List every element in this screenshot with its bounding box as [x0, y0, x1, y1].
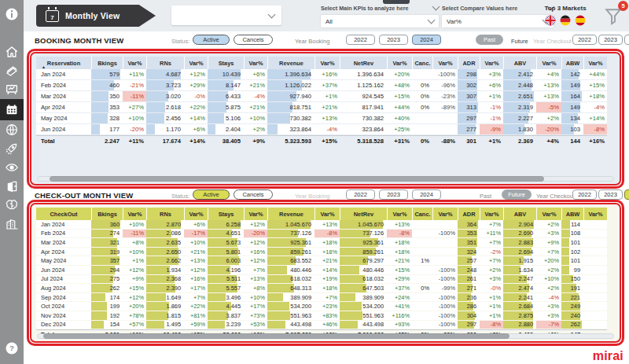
status-active-button[interactable]: Active	[193, 189, 230, 200]
year-booking-2024-button[interactable]: 2024	[412, 189, 441, 200]
info-icon[interactable]	[0, 5, 24, 24]
help-icon[interactable]: ?	[0, 339, 24, 358]
cell: -4%	[583, 102, 607, 113]
column-header-var-6[interactable]: Var%	[244, 57, 267, 69]
column-header-var-14[interactable]: Var%	[480, 57, 503, 69]
column-header-var-18[interactable]: Var%	[583, 208, 607, 220]
cell: +3%	[480, 275, 503, 285]
column-header-checkout[interactable]: CheckOut	[36, 208, 91, 220]
column-header-var-6[interactable]: Var%	[244, 208, 267, 220]
year-booking-2024-button[interactable]: 2024	[412, 35, 441, 45]
scrollbar-thumb[interactable]	[43, 333, 509, 339]
year-booking-2022-button[interactable]: 2022	[346, 35, 375, 45]
table-row: Feb 2024460-21%3.723+29%8.147+21%1.126.0…	[36, 80, 607, 91]
view-selector-dropdown[interactable]	[171, 6, 281, 25]
eye-icon[interactable]	[0, 158, 24, 177]
cell: +10%	[244, 113, 267, 124]
column-header-canc.-11[interactable]: Canc.	[412, 208, 432, 220]
column-header-abv-15[interactable]: ABV	[503, 208, 536, 220]
column-header-stays-5[interactable]: Stays	[208, 57, 244, 69]
year-checkout-2024-button[interactable]: 2024	[624, 189, 629, 200]
year-checkout-2022-button[interactable]: 2022	[572, 35, 597, 45]
cell: +20%	[387, 69, 412, 80]
past-toggle[interactable]: Past	[480, 193, 491, 200]
booking-annotation-box: Reservation▲BkingsVar%RNsVar%StaysVar%Re…	[27, 49, 624, 189]
calendar-icon-active[interactable]	[0, 99, 24, 120]
brain-icon[interactable]	[0, 196, 24, 215]
cell: +53%	[244, 321, 267, 330]
column-header-stays-5[interactable]: Stays	[208, 208, 244, 220]
year-booking-2022-button[interactable]: 2022	[346, 189, 375, 200]
column-header-var-2[interactable]: Var%	[123, 57, 146, 69]
cell: +41%	[387, 302, 412, 311]
year-booking-2023-button[interactable]: 2023	[379, 189, 408, 200]
status-cancels-button[interactable]: Cancels	[234, 189, 273, 200]
cell: +1%	[480, 293, 503, 303]
column-header-bkings-1[interactable]: Bkings	[91, 57, 123, 69]
cell: +4%	[536, 135, 561, 147]
status-active-button[interactable]: Active	[193, 35, 230, 45]
column-header-var-4[interactable]: Var%	[184, 208, 208, 220]
column-header-var-4[interactable]: Var%	[184, 57, 208, 69]
checkout-horizontal-scrollbar[interactable]	[37, 333, 614, 339]
column-header-var-10[interactable]: Var%	[387, 57, 412, 69]
column-header-var-16[interactable]: Var%	[536, 57, 561, 69]
year-booking-2023-button[interactable]: 2023	[379, 35, 408, 45]
booking-horizontal-scrollbar[interactable]	[37, 176, 614, 182]
home-icon[interactable]	[0, 42, 24, 61]
column-header-var-8[interactable]: Var%	[314, 208, 340, 220]
chart-board-icon[interactable]	[0, 80, 24, 99]
column-header-abw-17[interactable]: ABW	[561, 208, 583, 220]
year-checkout-2022-button[interactable]: 2022	[572, 189, 597, 200]
future-toggle[interactable]: Future	[502, 189, 532, 200]
cell: -96%	[432, 80, 458, 91]
column-header-canc.-11[interactable]: Canc.	[412, 57, 432, 69]
column-header-revenue-7[interactable]: Revenue	[267, 57, 314, 69]
rocket-icon[interactable]	[0, 139, 24, 158]
cell: 0%	[412, 284, 432, 293]
column-header-rns-3[interactable]: RNs	[146, 57, 184, 69]
column-header-var-8[interactable]: Var%	[314, 57, 340, 69]
scrollbar-thumb[interactable]	[50, 176, 545, 182]
row-label: Dec 2024	[36, 321, 91, 330]
column-header-var-16[interactable]: Var%	[536, 208, 561, 220]
cell: 737.126	[267, 230, 314, 239]
column-header-bkings-1[interactable]: Bkings	[91, 208, 123, 220]
cell: 191	[561, 284, 583, 293]
column-header-abw-17[interactable]: ABW	[561, 57, 583, 69]
cell: +1%	[314, 91, 340, 102]
future-toggle[interactable]: Future	[511, 38, 528, 45]
year-checkout-2023-button[interactable]: 2023	[598, 35, 623, 45]
column-header-var-12[interactable]: Var%	[432, 208, 458, 220]
cell: 648.313	[267, 284, 314, 293]
column-header-var-12[interactable]: Var%	[432, 57, 458, 69]
column-header-revenue-7[interactable]: Revenue	[267, 208, 314, 220]
column-header-rns-3[interactable]: RNs	[146, 208, 184, 220]
column-header-var-10[interactable]: Var%	[387, 208, 412, 220]
cell: 353	[458, 230, 480, 239]
door-icon[interactable]	[0, 177, 24, 196]
cell: 1.495	[146, 321, 184, 330]
column-header-netrev-9[interactable]: NetRev	[340, 57, 387, 69]
cell: 2.247	[91, 135, 123, 147]
kpi-dropdown-label-row[interactable]: Select Main KPIs to analyze here	[321, 3, 439, 13]
cell: +15%	[583, 80, 607, 91]
cell: -20%	[123, 124, 146, 135]
column-header-reservation[interactable]: Reservation▲	[36, 57, 91, 69]
buildings-icon[interactable]	[0, 215, 24, 233]
column-header-netrev-9[interactable]: NetRev	[340, 208, 387, 220]
column-header-var-18[interactable]: Var%	[583, 57, 607, 69]
column-header-abv-15[interactable]: ABV	[503, 57, 536, 69]
book-icon[interactable]	[0, 61, 24, 80]
column-header-adr-13[interactable]: ADR	[458, 57, 480, 69]
year-checkout-2024-button[interactable]: 2024	[624, 35, 629, 45]
past-toggle[interactable]: Past	[476, 35, 503, 45]
column-header-var-14[interactable]: Var%	[480, 208, 503, 220]
status-cancels-button[interactable]: Cancels	[234, 35, 273, 45]
year-checkout-2023-button[interactable]: 2023	[598, 189, 623, 200]
kpi-select[interactable]: All	[321, 15, 439, 28]
cell: +29%	[387, 275, 412, 285]
globe-icon[interactable]	[0, 120, 24, 139]
column-header-var-2[interactable]: Var%	[123, 208, 146, 220]
column-header-adr-13[interactable]: ADR	[458, 208, 480, 220]
